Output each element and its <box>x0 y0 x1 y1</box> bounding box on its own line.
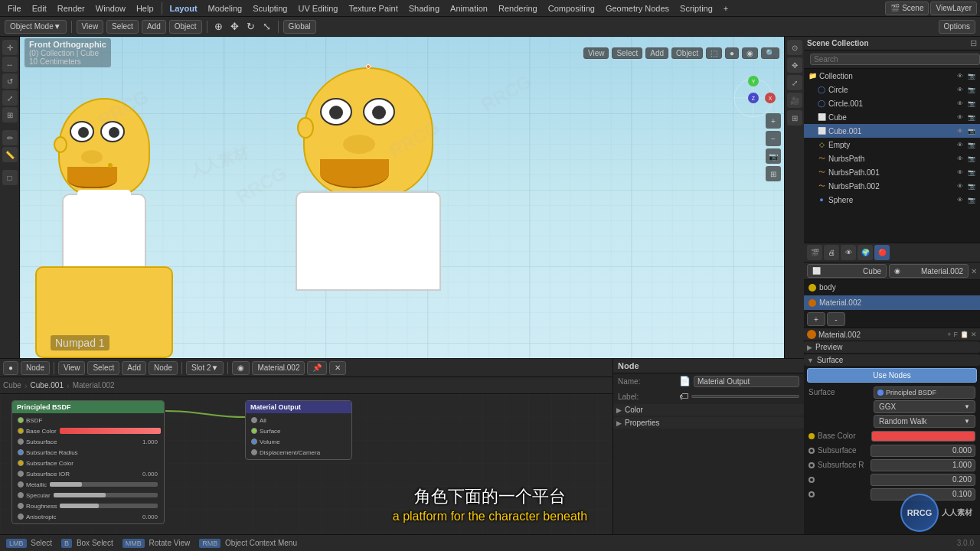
node-name-value[interactable]: Material Output <box>694 376 799 387</box>
add-btn[interactable]: Add <box>142 20 166 34</box>
pan-btn[interactable]: ✥ <box>787 57 802 73</box>
move-icon[interactable]: ✥ <box>228 21 241 32</box>
c001-vis2[interactable]: 👁 <box>955 126 965 136</box>
transform-selector[interactable]: Global <box>283 20 316 34</box>
cam-view-btn[interactable]: 🎥 <box>787 93 802 108</box>
render-prop-tab[interactable]: 🎬 <box>807 245 822 260</box>
node-pin-btn[interactable]: 📌 <box>307 361 327 375</box>
mat-fake-user-btn[interactable]: F <box>954 331 959 338</box>
breadcrumb-mat002[interactable]: Material.002 <box>73 381 115 390</box>
material-output-node[interactable]: Material Output All Surface Volume <box>245 400 352 460</box>
node-view-btn[interactable]: View <box>58 361 86 375</box>
outliner-search-input[interactable] <box>810 54 980 65</box>
outliner-nurbspath001[interactable]: 〜 NurbsPath.001 👁 📷 <box>804 165 980 179</box>
menu-geometry[interactable]: Geometry Nodes <box>601 2 674 15</box>
camera-btn[interactable]: 📷 <box>766 148 781 164</box>
wireframe-btn[interactable]: ⬚ <box>706 47 722 59</box>
breadcrumb-cube[interactable]: Cube <box>3 381 21 390</box>
menu-texture[interactable]: Texture Paint <box>344 2 402 15</box>
dist-selector[interactable]: GGX ▼ <box>874 400 975 413</box>
subsurface-value[interactable] <box>871 445 975 457</box>
obj-selector[interactable]: ⬜ Cube <box>807 264 887 278</box>
material-prop-tab[interactable]: 🔴 <box>874 245 890 260</box>
scene-selector[interactable]: 🎬 Scene <box>885 2 929 15</box>
ci-rend[interactable]: 📷 <box>966 84 977 95</box>
outliner-cube[interactable]: ⬜ Cube 👁 📷 <box>804 110 980 124</box>
viewport-object-btn[interactable]: Object <box>671 47 703 59</box>
transform-tool[interactable]: ⊞ <box>2 107 18 122</box>
col-render-btn[interactable]: 📷 <box>966 70 977 81</box>
n002-vis[interactable]: 👁 <box>955 181 965 191</box>
menu-compositing[interactable]: Compositing <box>544 2 599 15</box>
grid-btn[interactable]: ⊞ <box>766 166 781 181</box>
menu-file[interactable]: File <box>3 2 26 15</box>
c001-rend2[interactable]: 📷 <box>966 126 977 136</box>
mat-mesh-selector[interactable]: ◉ Material.002 <box>889 264 969 278</box>
n-rend[interactable]: 📷 <box>966 153 977 164</box>
viewport-add-btn[interactable]: Add <box>645 47 668 59</box>
node-close-mat-btn[interactable]: ✕ <box>329 361 346 375</box>
options-btn[interactable]: Options <box>939 20 975 34</box>
mode-selector[interactable]: Object Mode ▼ <box>5 20 67 34</box>
cursor-icon[interactable]: ⊕ <box>212 21 225 32</box>
menu-animation[interactable]: Animation <box>446 2 492 15</box>
sr-val1[interactable] <box>871 459 975 471</box>
outliner-circle001[interactable]: ◯ Circle.001 👁 📷 <box>804 96 980 110</box>
node-node-btn[interactable]: Node <box>149 361 178 375</box>
add-mat-slot-btn[interactable]: + <box>807 312 825 326</box>
outliner-nurbspath002[interactable]: 〜 NurbsPath.002 👁 📷 <box>804 179 980 193</box>
node-label-value[interactable] <box>691 395 799 398</box>
search-btn[interactable]: 🔍 <box>761 47 779 59</box>
viewport-3d[interactable]: Front Orthographic (0) Collection | Cube… <box>20 37 784 358</box>
mat-slot-mat002[interactable]: Material.002 <box>804 295 980 311</box>
node-add-btn[interactable]: Add <box>122 361 146 375</box>
scale-icon[interactable]: ⤡ <box>260 21 273 32</box>
move-tool[interactable]: ↔ <box>2 57 18 72</box>
em-rend[interactable]: 📷 <box>966 139 977 150</box>
zoom-btn[interactable]: ⤢ <box>787 75 802 90</box>
menu-edit[interactable]: Edit <box>28 2 51 15</box>
annotate-tool[interactable]: ✏ <box>2 130 18 145</box>
add-cube-tool[interactable]: □ <box>2 170 18 185</box>
mat-slot-body[interactable]: body <box>804 280 980 295</box>
menu-uv[interactable]: UV Editing <box>294 2 343 15</box>
filter-icon[interactable]: ⊟ <box>970 38 977 48</box>
node-shader-icon[interactable]: ◉ <box>232 361 250 375</box>
rendered-btn[interactable]: ◉ <box>742 47 758 59</box>
cube-rend[interactable]: 📷 <box>966 112 977 122</box>
remove-mat-slot-btn[interactable]: - <box>827 312 845 326</box>
view-prop-tab[interactable]: 👁 <box>841 245 856 260</box>
menu-rendering[interactable]: Rendering <box>494 2 542 15</box>
close-mat-icon[interactable]: ✕ <box>971 267 977 276</box>
outliner-empty[interactable]: ◇ Empty 👁 📷 <box>804 138 980 152</box>
view-layer-selector[interactable]: ViewLayer <box>930 2 977 15</box>
outliner-circle[interactable]: ◯ Circle 👁 📷 <box>804 83 980 96</box>
sph-vis[interactable]: 👁 <box>955 194 965 205</box>
overlay-grid-btn[interactable]: ⊞ <box>787 110 802 126</box>
outliner-sphere[interactable]: ● Sphere 👁 📷 <box>804 193 980 207</box>
c001-rend[interactable]: 📷 <box>966 98 977 109</box>
node-select-btn[interactable]: Select <box>87 361 119 375</box>
em-vis[interactable]: 👁 <box>955 139 965 150</box>
base-color-swatch[interactable] <box>871 431 975 442</box>
sr-val2[interactable] <box>871 474 975 486</box>
surface-section[interactable]: ▼ Surface <box>804 354 980 366</box>
subsurf-method-selector[interactable]: Random Walk ▼ <box>874 415 975 428</box>
menu-layout[interactable]: Layout <box>165 2 202 15</box>
preview-section[interactable]: ▶ Preview <box>804 341 980 353</box>
sph-rend[interactable]: 📷 <box>966 194 977 205</box>
menu-shading[interactable]: Shading <box>404 2 444 15</box>
mat-copy-btn[interactable]: 📋 <box>960 331 969 338</box>
scale-tool[interactable]: ⤢ <box>2 90 18 106</box>
ci-vis[interactable]: 👁 <box>955 84 965 95</box>
select-btn[interactable]: Select <box>106 20 139 34</box>
node-editor-type[interactable]: Node <box>21 361 50 375</box>
menu-window[interactable]: Window <box>91 2 130 15</box>
menu-help[interactable]: Help <box>132 2 158 15</box>
breadcrumb-cube001[interactable]: Cube.001 <box>31 381 64 390</box>
cursor-tool[interactable]: ✛ <box>2 40 18 55</box>
surface-type-selector[interactable]: Principled BSDF <box>874 386 975 399</box>
menu-modeling[interactable]: Modeling <box>204 2 247 15</box>
measure-tool[interactable]: 📏 <box>2 147 18 162</box>
rotate-icon[interactable]: ↻ <box>244 21 257 32</box>
